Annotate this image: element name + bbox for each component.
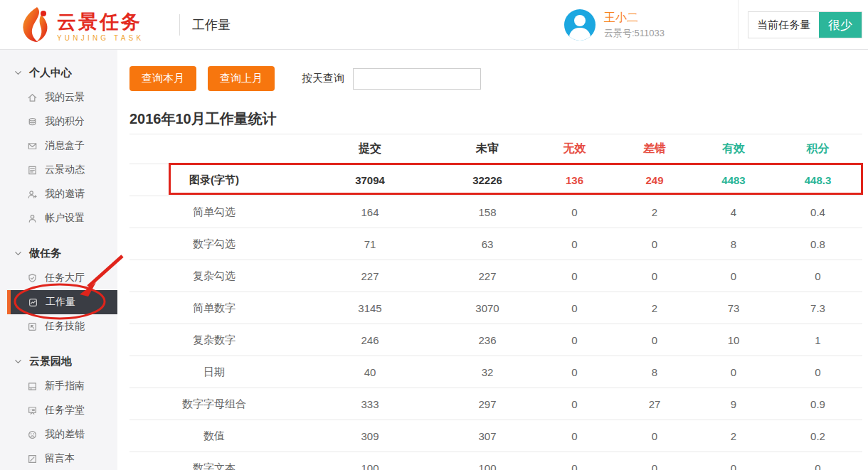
row-value: 4 xyxy=(694,196,773,228)
table-row-数值: 数值3093070020.2 xyxy=(129,420,862,452)
row-value: 7.3 xyxy=(773,292,862,324)
task-load-value-badge: 很少 xyxy=(819,12,862,38)
by-day-label: 按天查询 xyxy=(302,72,344,85)
user-id: 云景号:511033 xyxy=(604,27,665,40)
table-row-复杂勾选: 复杂勾选2272270000 xyxy=(129,260,862,292)
row-category: 数字勾选 xyxy=(129,228,299,260)
table-row-复杂数字: 复杂数字24623600101 xyxy=(129,324,862,356)
row-category: 复杂勾选 xyxy=(129,260,299,292)
table-row-简单勾选: 简单勾选1641580240.4 xyxy=(129,196,862,228)
row-value: 1 xyxy=(773,324,862,356)
row-value: 37094 xyxy=(299,164,441,196)
row-value: 3145 xyxy=(299,292,441,324)
app-logo[interactable]: 云景任务 YUNJING TASK xyxy=(20,6,144,46)
table-row-数字字母组合: 数字字母组合33329702790.9 xyxy=(129,388,862,420)
user-name: 王小二 xyxy=(604,11,665,25)
stats-table: 提交未审无效差错有效积分 图录(字节)370943222613624944834… xyxy=(129,134,862,470)
row-value: 236 xyxy=(441,324,534,356)
shield-check-icon xyxy=(27,273,38,284)
row-value: 100 xyxy=(299,452,441,470)
chart-icon xyxy=(28,297,38,308)
query-this-month-button[interactable]: 查询本月 xyxy=(129,66,196,91)
row-value: 71 xyxy=(299,228,441,260)
stats-table-wrap: 提交未审无效差错有效积分 图录(字节)370943222613624944834… xyxy=(129,134,862,470)
sidebar-item-帐户设置[interactable]: 帐户设置 xyxy=(0,206,117,230)
sidebar-section-云景园地[interactable]: 云景园地 xyxy=(0,348,117,374)
sidebar-item-工作量[interactable]: 工作量 xyxy=(7,290,117,314)
row-value: 40 xyxy=(299,356,441,388)
row-category: 简单勾选 xyxy=(129,196,299,228)
mail-icon xyxy=(27,141,38,151)
sidebar-item-云景动态[interactable]: 云景动态 xyxy=(0,158,117,182)
table-row-图录(字节): 图录(字节)37094322261362494483448.3 xyxy=(129,164,862,196)
sidebar-item-我的差错[interactable]: 我的差错 xyxy=(0,422,117,447)
row-value: 0 xyxy=(534,292,615,324)
row-value: 0 xyxy=(534,260,615,292)
row-value: 0 xyxy=(534,452,615,470)
column-header-无效: 无效 xyxy=(534,134,615,164)
row-category: 图录(字节) xyxy=(129,164,299,196)
stats-heading: 2016年10月工作量统计 xyxy=(129,110,277,129)
row-value: 448.3 xyxy=(773,164,862,196)
row-value: 32226 xyxy=(441,164,534,196)
by-day-input[interactable] xyxy=(353,68,481,90)
row-category: 日期 xyxy=(129,356,299,388)
sidebar-section-个人中心[interactable]: 个人中心 xyxy=(0,60,117,85)
row-value: 63 xyxy=(441,228,534,260)
row-value: 0 xyxy=(773,356,862,388)
main-content: 查询本月 查询上月 按天查询 2016年10月工作量统计 提交未审无效差错有效积… xyxy=(117,50,868,470)
row-value: 2 xyxy=(615,292,694,324)
row-value: 100 xyxy=(441,452,534,470)
row-value: 0 xyxy=(534,228,615,260)
row-value: 0 xyxy=(534,420,615,452)
row-category: 数值 xyxy=(129,420,299,452)
row-value: 158 xyxy=(441,196,534,228)
row-value: 0 xyxy=(534,388,615,420)
table-row-数字勾选: 数字勾选71630080.8 xyxy=(129,228,862,260)
chevron-down-icon xyxy=(14,250,22,257)
user-plus-icon xyxy=(27,189,38,200)
sidebar-item-消息盒子[interactable]: 消息盒子 xyxy=(0,134,117,158)
sidebar-item-新手指南[interactable]: 新手指南 xyxy=(0,374,117,398)
user-info[interactable]: 王小二 云景号:511033 xyxy=(564,9,665,41)
page-title: 工作量 xyxy=(192,0,231,50)
avatar[interactable] xyxy=(564,9,596,41)
user-icon xyxy=(27,213,38,224)
row-value: 0 xyxy=(534,196,615,228)
row-value: 8 xyxy=(694,228,773,260)
coins-icon xyxy=(27,117,38,127)
sidebar-item-任务大厅[interactable]: 任务大厅 xyxy=(0,266,117,290)
table-header-row: 提交未审无效差错有效积分 xyxy=(129,134,862,164)
row-value: 0 xyxy=(615,452,694,470)
row-value: 249 xyxy=(615,164,694,196)
row-value: 0 xyxy=(615,324,694,356)
row-value: 0 xyxy=(615,260,694,292)
column-header-有效: 有效 xyxy=(694,134,773,164)
sidebar-item-任务技能[interactable]: 任务技能 xyxy=(0,314,117,338)
query-last-month-button[interactable]: 查询上月 xyxy=(208,66,275,91)
table-row-简单数字: 简单数字3145307002737.3 xyxy=(129,292,862,324)
row-value: 8 xyxy=(615,356,694,388)
row-value: 27 xyxy=(615,388,694,420)
row-value: 164 xyxy=(299,196,441,228)
home-icon xyxy=(27,92,38,103)
sidebar-item-任务学堂[interactable]: 任务学堂 xyxy=(0,398,117,422)
sidebar-item-我的积分[interactable]: 我的积分 xyxy=(0,110,117,134)
sidebar-item-我的邀请[interactable]: 我的邀请 xyxy=(0,182,117,206)
table-row-数字文本: 数字文本1001000000 xyxy=(129,452,862,470)
flame-logo-icon xyxy=(20,6,51,46)
sidebar-section-做任务[interactable]: 做任务 xyxy=(0,240,117,266)
column-header-category xyxy=(129,134,299,164)
row-value: 0 xyxy=(534,324,615,356)
sidebar-item-留言本[interactable]: 留言本 xyxy=(0,447,117,470)
row-category: 数字字母组合 xyxy=(129,388,299,420)
row-value: 0 xyxy=(694,452,773,470)
column-header-未审: 未审 xyxy=(441,134,534,164)
row-value: 3070 xyxy=(441,292,534,324)
row-value: 2 xyxy=(694,420,773,452)
sidebar-item-我的云景[interactable]: 我的云景 xyxy=(0,85,117,110)
header-divider xyxy=(738,0,739,50)
row-value: 0 xyxy=(534,356,615,388)
row-value: 227 xyxy=(441,260,534,292)
chevron-down-icon xyxy=(14,358,22,365)
